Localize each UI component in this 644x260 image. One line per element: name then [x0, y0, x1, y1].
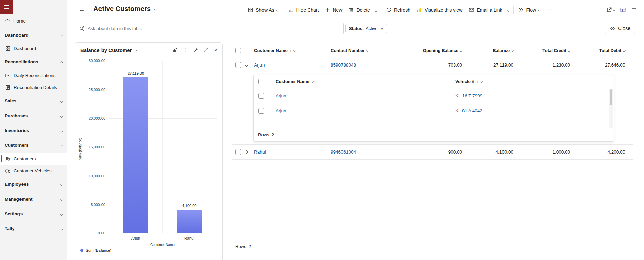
row-checkbox[interactable]: [235, 149, 241, 155]
row-checkbox[interactable]: [258, 93, 264, 99]
hide-chart-button[interactable]: Hide Chart: [285, 5, 322, 15]
sidebar-group-sales[interactable]: Sales: [0, 93, 67, 108]
sidebar-group-management[interactable]: Management: [0, 191, 67, 206]
new-button[interactable]: New: [322, 5, 345, 15]
cell-opening-balance: 900.00: [420, 149, 462, 155]
vehicle-link[interactable]: KL 16 T 7999: [455, 93, 482, 98]
column-header-vehicle[interactable]: Vehicle # ↑: [455, 79, 614, 84]
flow-button[interactable]: Flow: [515, 5, 544, 15]
dashboard-icon: [5, 46, 11, 51]
column-header-opening-balance[interactable]: Opening Balance: [420, 48, 462, 53]
sidebar-item-customer-vehicles[interactable]: Customer Vehicles: [0, 165, 67, 177]
column-header-balance[interactable]: Balance: [462, 48, 513, 53]
chevron-down-icon: [623, 49, 626, 52]
page-title: Active Customers: [93, 5, 151, 13]
delete-button[interactable]: Delete: [345, 5, 373, 15]
select-all-checkbox[interactable]: [258, 79, 264, 84]
sidebar-group-settings[interactable]: Settings: [0, 206, 67, 221]
more-options-icon[interactable]: ⋮: [183, 47, 188, 53]
cell-total-debit: 27,646.00: [570, 62, 625, 68]
sidebar-group-dashboard[interactable]: Dashboard: [0, 28, 67, 42]
remove-filter-icon[interactable]: ×: [380, 26, 383, 31]
cell-opening-balance: 703.00: [420, 62, 462, 68]
visualize-view-button[interactable]: Visualize this view: [413, 5, 466, 15]
row-checkbox[interactable]: [258, 108, 264, 114]
y-tick-label: 0.00: [98, 231, 105, 235]
refresh-button[interactable]: Refresh: [383, 5, 413, 15]
delete-split-chevron[interactable]: [373, 5, 379, 15]
sidebar-item-daily-reconciliations[interactable]: Daily Reconciliations: [0, 69, 67, 81]
table-row-rahul: Rahul 9946061004 900.00 4,100.00 1,000.0…: [232, 144, 633, 160]
sidebar-item-dashboard[interactable]: Dashboard: [0, 42, 67, 54]
sidebar-group-employees[interactable]: Employees: [0, 177, 67, 191]
flow-icon: [518, 7, 524, 13]
chart-selector[interactable]: Balance by Customer: [80, 47, 137, 53]
subgrid-scrollbar[interactable]: [609, 89, 613, 128]
back-button[interactable]: ←: [79, 6, 85, 13]
chart-card: Balance by Customer ⋮ × Sum (Balance): [75, 42, 223, 260]
sidebar-group-purchases[interactable]: Purchases: [0, 108, 67, 123]
contact-link[interactable]: 8590788048: [331, 62, 356, 68]
column-header-customer-name[interactable]: Customer Name: [269, 79, 455, 84]
sidebar-item-customers[interactable]: Customers: [0, 153, 67, 165]
refresh-icon: [386, 7, 392, 13]
x-axis-title: Customer Name: [108, 243, 217, 247]
sidebar-item-reconciliation-details[interactable]: Reconciliation Details: [0, 81, 67, 93]
close-chart-icon[interactable]: ×: [214, 47, 217, 53]
scrollbar-thumb[interactable]: [610, 89, 612, 105]
customer-link[interactable]: Arjun: [276, 108, 286, 113]
main-content: ← Active Customers Show As Hide Chart Ne…: [67, 0, 644, 260]
chart-card-header: Balance by Customer ⋮ ×: [75, 43, 222, 53]
show-as-button[interactable]: Show As: [245, 5, 281, 15]
power-bi-icon: [416, 7, 422, 13]
app-menu-button[interactable]: [0, 0, 13, 14]
collapse-row-button[interactable]: [245, 64, 254, 66]
sidebar-item-home[interactable]: Home: [0, 14, 67, 28]
column-header-total-credit[interactable]: Total Credit: [513, 48, 570, 53]
bar-value-label: 4,100.00: [182, 204, 197, 208]
chevron-down-icon: [61, 98, 63, 103]
chevron-down-icon: [480, 80, 482, 83]
search-input[interactable]: [88, 26, 339, 31]
y-tick-label: 15,000.00: [89, 145, 105, 149]
toolbar-divider: [381, 6, 381, 14]
expand-icon[interactable]: [203, 47, 209, 53]
email-split-chevron[interactable]: [506, 5, 512, 15]
subgrid-wrap: Customer Name Vehicle # ↑ Arjun KL 16 T …: [232, 73, 633, 144]
sidebar-group-customers[interactable]: Customers: [0, 138, 67, 153]
pin-icon[interactable]: [193, 47, 198, 53]
more-commands-button[interactable]: ⋯: [544, 6, 556, 14]
legend-swatch: [80, 249, 83, 252]
customer-link[interactable]: Arjun: [276, 93, 286, 98]
chevron-down-icon: [61, 226, 63, 231]
switch-chart-icon[interactable]: [172, 47, 177, 53]
view-selector[interactable]: Active Customers: [93, 5, 156, 13]
column-header-total-debit[interactable]: Total Debit: [570, 48, 625, 53]
customers-grid: Customer Name ↑ Contact Number Opening B…: [232, 44, 633, 259]
vehicle-link[interactable]: KL 81 A 4042: [455, 108, 482, 113]
sidebar-group-reconciliations[interactable]: Reconciliations: [0, 54, 67, 69]
filter-button[interactable]: [631, 7, 637, 13]
close-button[interactable]: Close: [605, 23, 635, 34]
chevron-down-icon: [366, 49, 369, 52]
sidebar-group-inventories[interactable]: Inventories: [0, 123, 67, 138]
column-header-contact-number[interactable]: Contact Number: [331, 48, 420, 53]
column-header-customer-name[interactable]: Customer Name ↑: [254, 48, 331, 53]
ask-data-searchbox[interactable]: [75, 23, 344, 34]
bar-chart-plot: 30,000.00 25,000.00 20,000.00 15,000.00 …: [108, 61, 217, 233]
customer-link[interactable]: Arjun: [254, 62, 265, 68]
email-link-button[interactable]: Email a Link: [466, 5, 505, 15]
sidebar-group-tally[interactable]: Tally: [0, 221, 67, 236]
smart-grid-button[interactable]: [620, 7, 626, 13]
row-checkbox[interactable]: [235, 62, 241, 68]
select-all-checkbox[interactable]: [235, 48, 241, 53]
x-tick-label: Rahul: [184, 236, 194, 240]
grid-header-row: Customer Name ↑ Contact Number Opening B…: [232, 44, 633, 57]
share-button[interactable]: [606, 7, 615, 13]
contact-link[interactable]: 9946061004: [331, 149, 356, 155]
x-axis-line: [108, 233, 217, 233]
bar-arjun: 27,119.00: [123, 77, 148, 233]
status-filter-chip[interactable]: Status: Active ×: [345, 24, 387, 33]
expand-row-button[interactable]: [245, 151, 254, 153]
customer-link[interactable]: Rahul: [254, 149, 266, 155]
